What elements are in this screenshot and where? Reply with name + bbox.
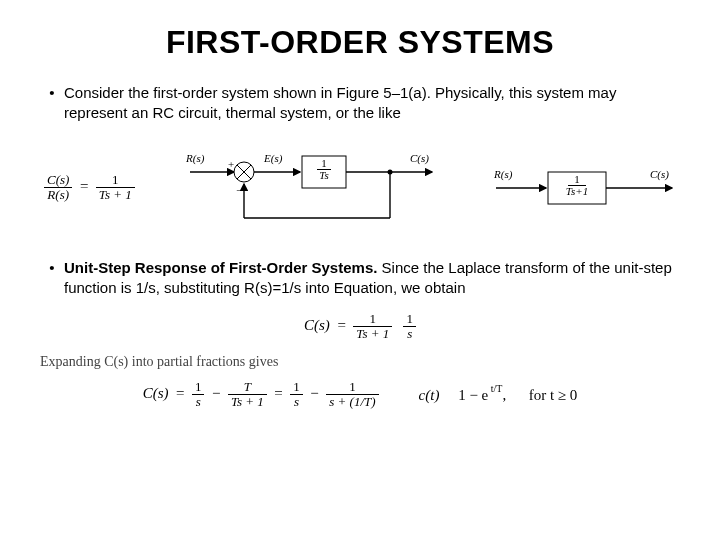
time-domain-eq: c(t) 1 − e t/T, for t ≥ 0 <box>419 385 578 404</box>
step-lhs: C(s) <box>304 317 330 333</box>
sum-minus: − <box>236 184 242 196</box>
time-cond: for t ≥ 0 <box>529 387 578 403</box>
exp-minus2: − <box>310 385 318 401</box>
blockB-den: Ts+1 <box>564 186 590 197</box>
tf-lhs-den: R(s) <box>44 188 72 202</box>
labelB-R: R(s) <box>493 168 513 181</box>
step-f2-num: 1 <box>403 312 416 327</box>
sum-plus: + <box>228 158 234 170</box>
bullet-2: • Unit-Step Response of First-Order Syst… <box>40 258 680 299</box>
exp-t3n: 1 <box>290 380 303 395</box>
exp-t3d: s <box>290 395 303 409</box>
label-C: C(s) <box>410 152 429 165</box>
exp-eq2: = <box>274 385 282 401</box>
exp-t2d: Ts + 1 <box>228 395 267 409</box>
tf-eq: = <box>80 178 88 194</box>
exp-minus1: − <box>212 385 220 401</box>
bullet-1-text: Consider the first-order system shown in… <box>64 83 680 124</box>
blockA-den: Ts <box>318 170 331 181</box>
slide-title: FIRST-ORDER SYSTEMS <box>40 24 680 61</box>
exp-t1n: 1 <box>192 380 205 395</box>
time-lhs: c(t) <box>419 387 440 403</box>
expansion-eq: C(s) = 1 s − T Ts + 1 = 1 s − 1 s + (1/T… <box>143 380 379 408</box>
exp-t1d: s <box>192 395 205 409</box>
label-E: E(s) <box>263 152 283 165</box>
exp-t2n: T <box>228 380 267 395</box>
tf-lhs-num: C(s) <box>44 173 72 188</box>
figure-row: C(s) R(s) = 1 Ts + 1 R(s) + − E(s) <box>44 138 680 238</box>
step-eq-sign: = <box>337 317 345 333</box>
block-diagram-reduced: R(s) 1 Ts+1 C(s) <box>490 158 680 218</box>
tf-rhs-den: Ts + 1 <box>96 188 135 202</box>
partial-fractions-text: Expanding C(s) into partial fractions gi… <box>40 354 680 370</box>
time-rhs: 1 − e <box>458 387 488 403</box>
exp-eq1: = <box>176 385 184 401</box>
exp-lhs: C(s) <box>143 385 169 401</box>
bullet-dot: • <box>40 83 64 124</box>
bullet-2-strong: Unit-Step Response of First-Order System… <box>64 259 377 276</box>
block-diagram-feedback: R(s) + − E(s) 1 Ts C(s) <box>182 138 442 238</box>
final-equations: C(s) = 1 s − T Ts + 1 = 1 s − 1 s + (1/T… <box>40 380 680 408</box>
bullet-dot-2: • <box>40 258 64 299</box>
time-exp: t/T <box>488 383 502 394</box>
step-f2-den: s <box>403 327 416 341</box>
bullet-2-text: Unit-Step Response of First-Order System… <box>64 258 680 299</box>
tf-rhs-num: 1 <box>96 173 135 188</box>
step-equation: C(s) = 1 Ts + 1 1 s <box>40 312 680 340</box>
bullet-1: • Consider the first-order system shown … <box>40 83 680 124</box>
step-f1-num: 1 <box>353 312 392 327</box>
time-comma: , <box>502 387 506 403</box>
step-f1-den: Ts + 1 <box>353 327 392 341</box>
exp-t4d: s + (1/T) <box>326 395 378 409</box>
label-R: R(s) <box>185 152 205 165</box>
labelB-C: C(s) <box>650 168 669 181</box>
transfer-function: C(s) R(s) = 1 Ts + 1 <box>44 173 135 201</box>
exp-t4n: 1 <box>326 380 378 395</box>
